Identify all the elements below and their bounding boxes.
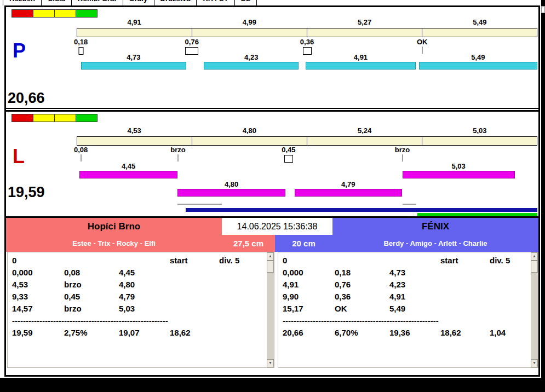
split-bar: 4,91	[306, 53, 416, 70]
cell: 4,79	[119, 292, 135, 301]
bar-value: 4,91	[306, 53, 416, 61]
tab-label: Grafy	[129, 0, 148, 3]
mark-label: 0,18	[74, 38, 88, 46]
bar-fill	[81, 62, 187, 70]
cell: 4,91	[283, 280, 299, 289]
run-bars-row: 4,73 4,23 4,91 5,49	[77, 53, 537, 71]
scroll-down-button[interactable]: ▼	[267, 359, 274, 367]
table-row: 9,90 0,36 4,91	[278, 292, 530, 304]
cell: 5,03	[119, 304, 135, 313]
split-value: 5,24	[307, 126, 422, 135]
sensor-checkbox[interactable]	[284, 155, 293, 163]
total-cell: 6,70%	[335, 328, 358, 337]
split-bar: 4,80	[177, 180, 285, 197]
results-table-left: 0 start div. 5 0,000 0,08 4,45 4,53 brzo…	[7, 252, 274, 368]
cell: 0,45	[64, 292, 80, 301]
cell: 0,76	[335, 280, 351, 289]
team-left-name: Hopíci Brno	[6, 218, 222, 235]
cell: 15,17	[283, 304, 303, 313]
panel-l: L 4,53 4,80 5,24 5,03 0,08	[6, 112, 538, 202]
split-value: 5,03	[422, 126, 537, 135]
bar-value: 4,45	[79, 162, 177, 170]
mark-label: 0,36	[300, 38, 314, 46]
tab-label: DL	[241, 0, 250, 3]
tab-druzstva[interactable]: Druzstva	[154, 0, 197, 5]
bar-fill	[177, 189, 285, 197]
team-left-header: Hopíci Brno	[6, 218, 222, 235]
tab-kr-st[interactable]: KR / ST	[196, 0, 234, 5]
progress-bar-blue	[186, 208, 537, 212]
table-row: 0,000 0,08 4,45	[8, 268, 266, 280]
table-header-row: 0 start div. 5	[8, 256, 266, 268]
ruler-segment	[422, 28, 537, 37]
scroll-up-button[interactable]: ▲	[267, 252, 274, 261]
separator-line: ----------------------------------------…	[12, 316, 168, 327]
cell: 9,90	[283, 292, 299, 301]
split-value: 5,27	[307, 18, 422, 26]
split-bar: 5,49	[419, 53, 537, 70]
bar-value: 4,23	[204, 53, 299, 61]
scoreboard: Hopíci Brno 14.06.2025 15:36:38 FÉNIX Es…	[4, 218, 540, 377]
bar-fill	[419, 62, 537, 70]
bar-value: 4,79	[295, 180, 402, 188]
cell: 4,53	[12, 280, 28, 289]
bar-fill	[204, 62, 299, 70]
split-value: 5,49	[422, 18, 537, 26]
status-red-box	[12, 9, 33, 18]
panel-l-letter: L	[13, 147, 25, 166]
panel-p-letter: P	[13, 41, 26, 61]
table-scrollbar-left[interactable]: ▲ ▼	[267, 252, 274, 367]
cell: brzo	[64, 280, 82, 289]
datetime-text: 14.06.2025 15:36:38	[237, 222, 318, 231]
cell: OK	[335, 304, 347, 313]
ruler-segment	[192, 137, 307, 145]
split-value: 4,80	[192, 126, 307, 135]
cell: 4,80	[119, 280, 135, 289]
tab-dl[interactable]: DL	[234, 0, 257, 5]
tab-rozbeh[interactable]: Rozbeh	[3, 0, 42, 5]
scroll-down-button[interactable]: ▼	[531, 359, 538, 367]
window-scrollbar-stub[interactable]	[541, 6, 545, 13]
tab-grafy[interactable]: Grafy	[123, 0, 154, 5]
tab-strip: Rozbeh Cidla Kombi Graf Grafy Druzstva K…	[3, 0, 257, 5]
run-bars-row-2: 4,80 4,79	[77, 180, 537, 198]
status-yellow-box	[54, 9, 76, 18]
scrollbar-thumb[interactable]	[531, 261, 538, 273]
tab-kombi-graf[interactable]: Kombi Graf	[71, 0, 123, 5]
separator-line: ----------------------------------------…	[283, 316, 439, 327]
cell: 4,91	[389, 292, 405, 301]
table-header-row: 0 start div. 5	[278, 256, 530, 268]
scroll-up-button[interactable]: ▲	[531, 252, 538, 261]
status-green-box	[76, 114, 97, 122]
tab-cidla[interactable]: Cidla	[41, 0, 72, 5]
team-left-category: 27,5 cm	[222, 235, 275, 252]
ruler-segment	[422, 137, 537, 145]
split-bar: 4,73	[81, 53, 187, 70]
window-right-edge	[541, 0, 545, 392]
header-div: div. 5	[490, 256, 510, 265]
cell: 9,33	[12, 292, 28, 301]
mark-label: 0,76	[185, 38, 199, 46]
sensor-tick	[81, 154, 81, 162]
scrollbar-thumb[interactable]	[267, 261, 274, 273]
mark-label: OK	[417, 38, 428, 46]
panel-p: P 4,91 4,99 5,27 5,49 0,18	[6, 7, 538, 108]
bar-value: 4,80	[177, 180, 285, 188]
arrow-up-icon: ▲	[531, 253, 537, 260]
team-right-subheader: 20 cm Berdy - Amigo - Arlett - Charlie	[275, 235, 538, 252]
sensor-tick	[402, 154, 403, 162]
tab-label: Kombi Graf	[78, 0, 117, 3]
arrow-down-icon: ▼	[531, 360, 537, 366]
total-time-l: 19,59	[8, 184, 45, 201]
app-background: Rozbeh Cidla Kombi Graf Grafy Druzstva K…	[0, 0, 542, 378]
ruler-bar	[77, 136, 537, 146]
bar-value: 5,03	[403, 162, 515, 170]
datetime-box: 14.06.2025 15:36:38	[222, 218, 332, 235]
table-scrollbar-right[interactable]: ▲ ▼	[531, 252, 538, 367]
tab-label: Cidla	[48, 0, 65, 3]
bar-fill	[403, 171, 515, 178]
sensor-tick	[178, 154, 179, 162]
bar-value: 4,73	[81, 53, 187, 61]
status-red-box	[12, 114, 33, 122]
total-cell: 20,66	[283, 328, 303, 337]
